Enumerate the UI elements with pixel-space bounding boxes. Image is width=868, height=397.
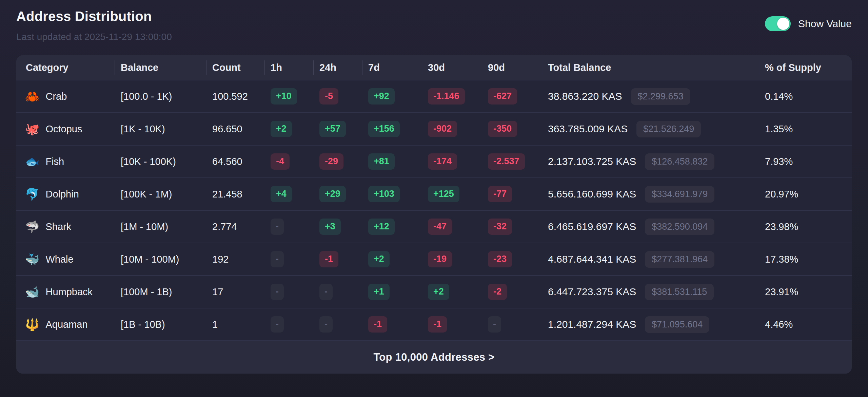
change-cell-30d: -902 [422,121,482,137]
show-value-toggle[interactable] [765,16,791,31]
column-header-balance: Balance [115,55,206,80]
change-cell-1h: - [264,219,313,235]
column-header-30d: 30d [422,55,482,80]
address-count: 21.458 [206,189,264,200]
table-footer: Top 10,000 Addresses > [16,341,852,374]
table-row-octopus: 🐙Octopus[1K - 10K)96.650+2+57+156-902-35… [16,113,852,146]
change-cell-24h: - [313,316,362,333]
change-cell-7d: +103 [362,186,422,202]
change-badge-24h: -5 [319,88,338,105]
change-badge-1h: +4 [271,186,292,202]
balance-range: [100M - 1B) [115,286,206,298]
category-cell: 🐙Octopus [16,123,115,135]
change-cell-90d: -627 [482,88,542,105]
change-badge-30d: -1.146 [428,88,465,105]
change-badge-30d: -902 [428,121,457,137]
balance-range: [100K - 1M) [115,189,206,200]
show-value-control: Show Value [765,16,852,31]
table-body: 🦀Crab[100.0 - 1K)100.592+10-5+92-1.146-6… [16,80,852,341]
change-badge-90d: -2 [488,284,507,300]
change-badge-24h: -29 [319,153,343,170]
change-badge-90d: -23 [488,251,512,267]
change-badge-24h: +57 [319,121,346,137]
change-badge-30d: +2 [428,284,449,300]
supply-percent: 1.35% [759,124,852,135]
change-badge-1h: -4 [271,153,290,170]
total-balance-usd-pill: $381.531.115 [645,284,714,300]
table-row-whale: 🐳Whale[10M - 100M)192--1+2-19-234.687.64… [16,243,852,276]
total-balance-cell: 6.465.619.697 KAS$382.590.094 [542,219,759,235]
fish-icon: 🐟 [25,156,39,167]
total-balance-kas: 363.785.009 KAS [548,123,628,135]
address-count: 96.650 [206,124,264,135]
change-badge-24h: - [319,284,333,300]
change-badge-7d: +92 [368,88,395,105]
category-label: Crab [45,91,67,102]
shark-icon: 🦈 [25,221,39,232]
total-balance-kas: 1.201.487.294 KAS [548,319,636,330]
change-cell-1h: +4 [264,186,313,202]
change-badge-24h: +3 [319,219,341,235]
balance-range: [1M - 10M) [115,221,206,232]
category-cell: 🦈Shark [16,221,115,232]
change-badge-1h: +10 [271,88,297,105]
category-cell: 🐋Humpback [16,286,115,298]
change-cell-7d: +156 [362,121,422,137]
balance-range: [100.0 - 1K) [115,91,206,102]
total-balance-cell: 6.447.723.375 KAS$381.531.115 [542,284,759,300]
total-balance-cell: 5.656.160.699 KAS$334.691.979 [542,186,759,203]
category-label: Humpback [45,286,93,298]
category-label: Fish [45,156,64,167]
column-header-1h: 1h [264,55,313,80]
total-balance-usd-pill: $382.590.094 [645,219,714,235]
address-count: 2.774 [206,221,264,232]
change-badge-7d: +1 [368,284,390,300]
total-balance-kas: 6.447.723.375 KAS [548,286,636,298]
category-label: Shark [45,221,71,232]
balance-range: [10M - 100M) [115,254,206,265]
table-header-row: CategoryBalanceCount1h24h7d30d90dTotal B… [16,55,852,80]
change-badge-1h: - [271,251,284,267]
change-badge-1h: +2 [271,121,292,137]
top-addresses-link[interactable]: Top 10,000 Addresses > [373,351,494,363]
change-badge-30d: -174 [428,153,457,170]
supply-percent: 20.97% [759,189,852,200]
address-distribution-table: CategoryBalanceCount1h24h7d30d90dTotal B… [16,55,852,374]
category-cell: 🦀Crab [16,91,115,102]
total-balance-usd-pill: $277.381.964 [645,251,714,268]
change-badge-1h: - [271,284,284,300]
category-label: Whale [45,254,73,265]
change-badge-7d: +12 [368,219,395,235]
change-badge-30d: +125 [428,186,459,202]
column-header-count: Count [206,55,264,80]
column-header-90d: 90d [482,55,542,80]
category-cell: 🔱Aquaman [16,319,115,330]
total-balance-kas: 6.465.619.697 KAS [548,221,636,232]
change-badge-30d: -47 [428,219,452,235]
change-badge-7d: +2 [368,251,390,267]
balance-range: [10K - 100K) [115,156,206,167]
total-balance-kas: 5.656.160.699 KAS [548,188,636,200]
total-balance-cell: 2.137.103.725 KAS$126.458.832 [542,153,759,170]
change-badge-24h: - [319,316,333,333]
change-badge-30d: -19 [428,251,452,267]
total-balance-kas: 4.687.644.341 KAS [548,253,636,265]
address-count: 192 [206,254,264,265]
total-balance-cell: 38.863.220 KAS$2.299.653 [542,88,759,105]
change-cell-7d: +92 [362,88,422,105]
change-cell-30d: +125 [422,186,482,202]
total-balance-usd-pill: $2.299.653 [631,88,690,105]
change-cell-7d: +2 [362,251,422,267]
change-badge-90d: -2.537 [488,153,525,170]
total-balance-cell: 363.785.009 KAS$21.526.249 [542,121,759,137]
change-badge-90d: -77 [488,186,512,202]
change-cell-24h: +3 [313,219,362,235]
change-badge-1h: - [271,316,284,333]
change-cell-30d: -47 [422,219,482,235]
dolphin-icon: 🐬 [25,188,39,200]
change-cell-7d: +12 [362,219,422,235]
total-balance-usd-pill: $126.458.832 [645,153,714,170]
change-cell-24h: +29 [313,186,362,202]
table-row-humpback: 🐋Humpback[100M - 1B)17--+1+2-26.447.723.… [16,276,852,308]
table-row-crab: 🦀Crab[100.0 - 1K)100.592+10-5+92-1.146-6… [16,80,852,113]
